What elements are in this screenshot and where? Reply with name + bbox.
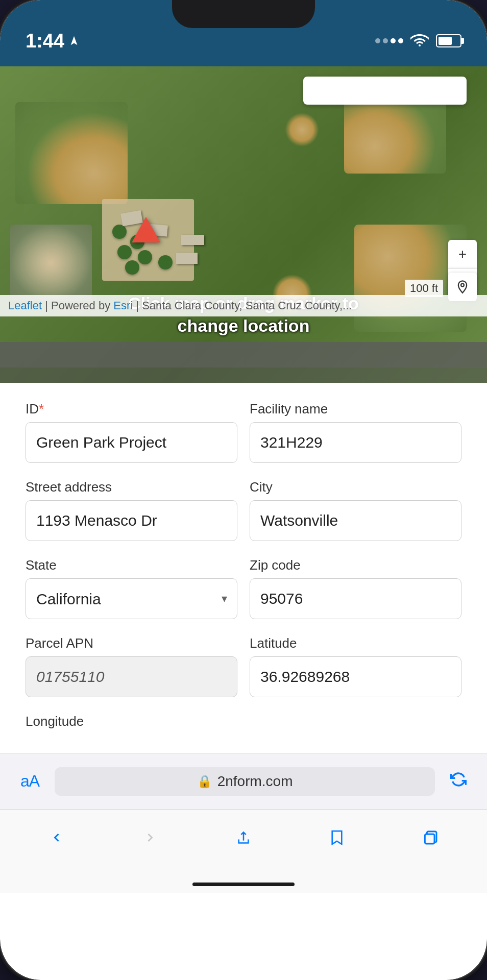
status-time: 1:44: [26, 30, 80, 52]
forward-button[interactable]: [130, 822, 171, 853]
share-button[interactable]: [223, 822, 264, 853]
battery-icon: [436, 34, 461, 47]
required-indicator: *: [39, 401, 44, 416]
city-input[interactable]: [250, 500, 461, 541]
lock-icon: 🔒: [197, 774, 212, 789]
tree-3: [117, 245, 132, 259]
notch: [172, 0, 315, 28]
tree-6: [158, 255, 173, 270]
parcel-input: [26, 656, 237, 697]
parcel-label: Parcel APN: [26, 635, 237, 651]
state-select-wrapper: California Nevada Oregon ▾: [26, 578, 237, 619]
browser-url-bar[interactable]: 🔒 2nform.com: [55, 767, 435, 796]
road-2: [0, 342, 487, 368]
signal-dots: [375, 38, 403, 43]
latitude-label: Latitude: [250, 635, 461, 651]
browser-aa-button[interactable]: aA: [20, 772, 39, 791]
tree-4: [138, 250, 152, 264]
home-bar: [192, 883, 295, 886]
signal-dot-2: [383, 38, 388, 43]
esri-link[interactable]: Esri: [113, 299, 133, 312]
form-col-longitude: Longitude: [26, 714, 461, 734]
id-input[interactable]: [26, 422, 237, 463]
tree-5: [125, 260, 139, 275]
browser-url-text: 2nform.com: [217, 773, 293, 790]
form-col-state: State California Nevada Oregon ▾: [26, 557, 237, 619]
form-col-zip: Zip code: [250, 557, 461, 619]
latitude-input[interactable]: [250, 656, 461, 697]
id-label: ID*: [26, 401, 237, 417]
signal-dot-4: [398, 38, 403, 43]
phone-frame: 1:44: [0, 0, 487, 980]
map-search-bar[interactable]: [303, 77, 467, 105]
signal-dot-3: [391, 38, 396, 43]
form-row-state-zip: State California Nevada Oregon ▾ Zip cod…: [26, 557, 461, 619]
form-col-city: City: [250, 479, 461, 541]
open-field-4: [10, 225, 92, 301]
phone-screen: 1:44: [0, 0, 487, 980]
building-4: [176, 253, 198, 264]
tabs-button[interactable]: [410, 822, 451, 853]
leaflet-link[interactable]: Leaflet: [8, 299, 42, 312]
state-select[interactable]: California Nevada Oregon: [26, 578, 237, 619]
baseball-field-1: [15, 102, 128, 204]
form-row-longitude: Longitude: [26, 714, 461, 734]
home-indicator: [0, 875, 487, 893]
zip-label: Zip code: [250, 557, 461, 573]
form-col-id: ID*: [26, 401, 237, 463]
location-arrow-icon: [68, 35, 80, 46]
form-col-latitude: Latitude: [250, 635, 461, 697]
time-display: 1:44: [26, 30, 64, 52]
tree-1: [112, 225, 127, 239]
street-label: Street address: [26, 479, 237, 495]
state-label: State: [26, 557, 237, 573]
scale-bar: 100 ft: [405, 280, 443, 297]
form-row-parcel-lat: Parcel APN Latitude: [26, 635, 461, 697]
form-area: ID* Facility name Street address City: [0, 383, 487, 753]
form-col-parcel: Parcel APN: [26, 635, 237, 697]
form-row-street-city: Street address City: [26, 479, 461, 541]
browser-bar: aA 🔒 2nform.com: [0, 753, 487, 809]
city-label: City: [250, 479, 461, 495]
longitude-label: Longitude: [26, 714, 461, 729]
building-3: [181, 235, 204, 245]
map-attribution: Leaflet | Powered by Esri | Santa Clara …: [0, 295, 487, 316]
signal-dot-1: [375, 38, 380, 43]
battery-fill: [439, 37, 452, 45]
wifi-icon: [410, 34, 429, 47]
bottom-nav: [0, 809, 487, 875]
zoom-in-button[interactable]: +: [448, 240, 477, 268]
svg-rect-0: [425, 834, 434, 844]
facility-input[interactable]: [250, 422, 461, 463]
form-col-street: Street address: [26, 479, 237, 541]
street-input[interactable]: [26, 500, 237, 541]
form-row-id-facility: ID* Facility name: [26, 401, 461, 463]
back-button[interactable]: [36, 822, 77, 853]
map-container[interactable]: Click map or drag marker to change locat…: [0, 66, 487, 383]
browser-reload-button[interactable]: [450, 771, 467, 792]
zip-input[interactable]: [250, 578, 461, 619]
bookmark-button[interactable]: [316, 822, 357, 853]
facility-label: Facility name: [250, 401, 461, 417]
form-col-facility: Facility name: [250, 401, 461, 463]
map-marker[interactable]: [132, 217, 160, 242]
status-icons: [375, 34, 461, 47]
